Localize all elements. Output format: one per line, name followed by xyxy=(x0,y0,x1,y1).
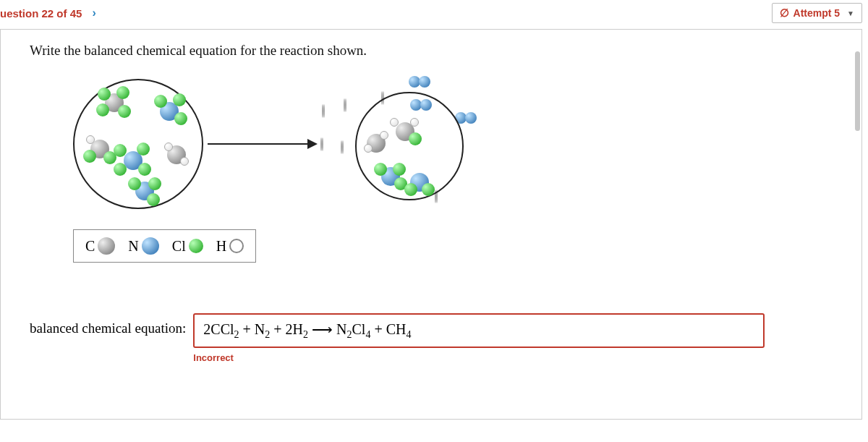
legend-hydrogen: H xyxy=(216,238,244,255)
legend-chlorine: Cl xyxy=(172,238,203,255)
atom-legend: C N Cl H xyxy=(73,229,256,263)
question-prompt: Write the balanced chemical equation for… xyxy=(30,43,833,59)
hydrogen-swatch-icon xyxy=(229,239,244,253)
nitrogen-swatch-icon xyxy=(142,237,159,255)
question-panel: Write the balanced chemical equation for… xyxy=(0,29,862,420)
chevron-right-icon[interactable]: › xyxy=(92,7,95,20)
feedback-text: Incorrect xyxy=(193,352,765,363)
attempt-label: Attempt 5 xyxy=(793,7,841,19)
answer-label: balanced chemical equation: xyxy=(30,313,186,336)
scrollbar-thumb[interactable] xyxy=(855,51,860,131)
chevron-down-icon: ▼ xyxy=(847,9,854,17)
attempt-selector[interactable]: ∅ Attempt 5 ▼ xyxy=(772,3,862,23)
answer-row: balanced chemical equation: 2CCl2 + N2 +… xyxy=(30,313,833,363)
legend-carbon: C xyxy=(85,237,115,255)
question-counter: uestion 22 of 45 xyxy=(0,7,82,20)
question-nav[interactable]: uestion 22 of 45 › xyxy=(0,7,96,20)
reactants-bubble xyxy=(73,79,203,209)
carbon-swatch-icon xyxy=(98,237,115,255)
prohibited-icon: ∅ xyxy=(780,7,789,20)
reaction-arrow-icon xyxy=(208,143,316,145)
legend-nitrogen: N xyxy=(128,237,158,255)
products-area xyxy=(320,72,509,216)
equation-input[interactable]: 2CCl2 + N2 + 2H2 ⟶ N2Cl4 + CH4 xyxy=(193,313,765,348)
reaction-diagram xyxy=(73,72,833,216)
chlorine-swatch-icon xyxy=(189,239,203,253)
products-bubble xyxy=(355,92,464,200)
